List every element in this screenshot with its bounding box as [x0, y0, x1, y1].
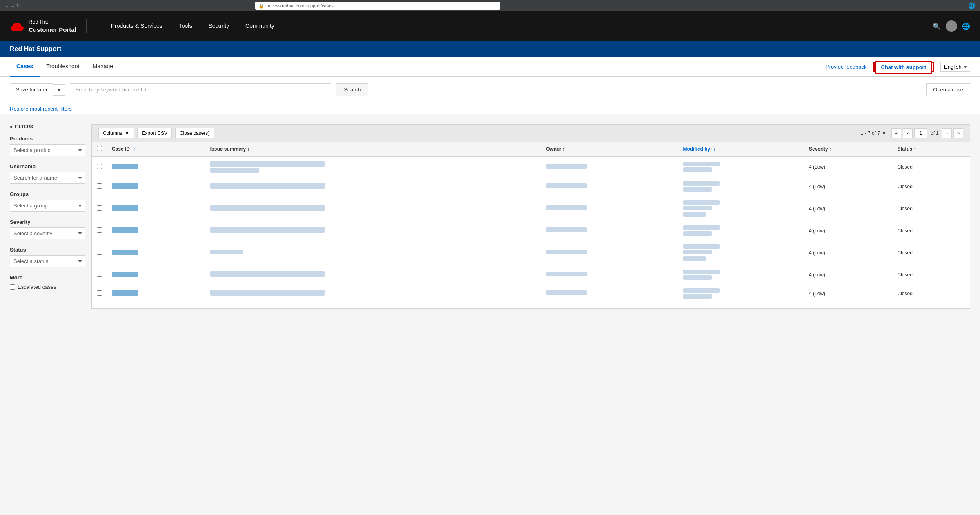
forward-nav[interactable]: →	[11, 4, 15, 8]
search-icon[interactable]: 🔍	[933, 22, 941, 30]
row-checkbox[interactable]	[97, 205, 102, 211]
modified-by-cell	[678, 221, 804, 240]
row-checkbox[interactable]	[97, 290, 102, 296]
modified-by-sort-icon: ↓	[713, 146, 716, 152]
owner-header[interactable]: Owner ↕	[541, 142, 678, 157]
issue-summary-header[interactable]: Issue summary ↕	[205, 142, 541, 157]
table-row: 4 (Low) Closed	[92, 265, 970, 284]
more-section: More Escalated cases	[10, 274, 85, 290]
prev-page-button[interactable]: ‹	[903, 128, 913, 138]
select-all-checkbox[interactable]	[97, 146, 102, 151]
severity-sort-icon: ↕	[829, 146, 832, 152]
case-id-header[interactable]: Case ID ↕	[107, 142, 205, 157]
owner-cell	[541, 157, 678, 177]
logo-text: Red Hat Customer Portal	[29, 19, 76, 33]
back-nav[interactable]: ←	[5, 4, 9, 8]
nav-tools[interactable]: Tools	[171, 11, 200, 41]
search-button[interactable]: Search	[336, 83, 368, 96]
cases-panel: Columns ▼ Export CSV Close case(s) 1 - 7…	[91, 124, 970, 309]
username-filter-select[interactable]: Search for a name	[10, 172, 85, 184]
modified-by-cell	[678, 265, 804, 284]
user-avatar[interactable]	[946, 20, 957, 32]
tabs: Cases Troubleshoot Manage	[10, 57, 120, 77]
issue-summary-cell	[205, 265, 541, 284]
restore-filters-link[interactable]: Restore most recent filters	[10, 106, 72, 112]
logo-area[interactable]: Red Hat Customer Portal	[10, 19, 87, 33]
case-id-link[interactable]	[112, 291, 138, 297]
refresh-nav[interactable]: ↻	[16, 4, 20, 8]
severity-filter-select[interactable]: Select a severity	[10, 227, 85, 239]
columns-caret-icon: ▼	[125, 130, 129, 136]
tab-cases[interactable]: Cases	[10, 57, 40, 77]
row-checkbox[interactable]	[97, 250, 102, 255]
nav-community[interactable]: Community	[237, 11, 283, 41]
case-id-link[interactable]	[112, 184, 138, 190]
table-body: 4 (Low) Closed	[92, 157, 970, 303]
main-nav: Products & Services Tools Security Commu…	[103, 11, 920, 41]
case-id-link[interactable]	[112, 206, 138, 212]
owner-cell	[541, 284, 678, 303]
case-id-link[interactable]	[112, 228, 138, 234]
provide-feedback-link[interactable]: Provide feedback	[826, 64, 866, 70]
case-id-link[interactable]	[112, 165, 138, 170]
nav-products[interactable]: Products & Services	[103, 11, 171, 41]
header-right: 🔍 🌐	[933, 20, 970, 32]
owner-cell	[541, 221, 678, 240]
pagination-dropdown-icon[interactable]: ▼	[882, 130, 886, 136]
modified-by-header[interactable]: Modified by ↓	[678, 142, 804, 157]
groups-filter-select[interactable]: Select a group	[10, 200, 85, 212]
last-page-button[interactable]: »	[953, 128, 963, 138]
search-input[interactable]	[70, 83, 331, 96]
severity-header[interactable]: Severity ↕	[804, 142, 893, 157]
row-checkbox[interactable]	[97, 164, 102, 169]
save-for-later-button[interactable]: Save for later	[10, 83, 53, 96]
escalated-cases-label[interactable]: Escalated cases	[10, 284, 85, 290]
status-filter-select[interactable]: Select a status	[10, 255, 85, 267]
severity-cell: 4 (Low)	[804, 240, 893, 265]
groups-filter-group: Groups Select a group	[10, 191, 85, 212]
status-cell: Closed	[893, 221, 970, 240]
tab-manage[interactable]: Manage	[86, 57, 120, 77]
issue-summary-cell	[205, 221, 541, 240]
address-bar[interactable]: 🔒 access.redhat.com/support/cases	[255, 2, 500, 10]
nav-security[interactable]: Security	[200, 11, 237, 41]
severity-cell: 4 (Low)	[804, 157, 893, 177]
modified-by-cell	[678, 157, 804, 177]
next-page-button[interactable]: ›	[942, 128, 952, 138]
row-checkbox-cell	[92, 157, 107, 177]
case-id-cell	[107, 177, 205, 196]
export-csv-button[interactable]: Export CSV	[137, 128, 172, 138]
escalated-cases-checkbox[interactable]	[10, 284, 15, 290]
chat-with-support-link[interactable]: Chat with support	[875, 61, 932, 74]
status-sort-icon: ↕	[914, 146, 916, 152]
open-case-button[interactable]: Open a case	[926, 83, 970, 96]
globe-icon: 🌐	[962, 22, 970, 30]
case-id-cell	[107, 284, 205, 303]
save-for-later-caret[interactable]: ▼	[53, 84, 65, 96]
language-select[interactable]: English	[940, 62, 970, 72]
issue-summary-cell	[205, 157, 541, 177]
case-id-link[interactable]	[112, 250, 138, 256]
status-header[interactable]: Status ↕	[893, 142, 970, 157]
case-id-cell	[107, 196, 205, 221]
modified-by-cell	[678, 196, 804, 221]
owner-cell	[541, 265, 678, 284]
page-input[interactable]: 1	[914, 128, 927, 138]
tab-troubleshoot[interactable]: Troubleshoot	[40, 57, 86, 77]
products-filter-select[interactable]: Select a product	[10, 144, 85, 156]
lock-icon: 🔒	[258, 3, 264, 9]
modified-by-cell	[678, 177, 804, 196]
row-checkbox[interactable]	[97, 183, 102, 189]
search-area-right: Open a case	[926, 83, 970, 96]
issue-summary-cell	[205, 240, 541, 265]
first-page-button[interactable]: «	[891, 128, 901, 138]
status-filter-group: Status Select a status	[10, 247, 85, 267]
row-checkbox[interactable]	[97, 272, 102, 277]
columns-button[interactable]: Columns ▼	[98, 128, 134, 138]
case-id-link[interactable]	[112, 272, 138, 278]
close-cases-button[interactable]: Close case(s)	[175, 128, 214, 138]
language-selector[interactable]: English	[940, 62, 970, 72]
redhat-logo-icon	[10, 20, 24, 32]
filters-arrow-icon: «	[10, 124, 12, 129]
row-checkbox[interactable]	[97, 227, 102, 233]
